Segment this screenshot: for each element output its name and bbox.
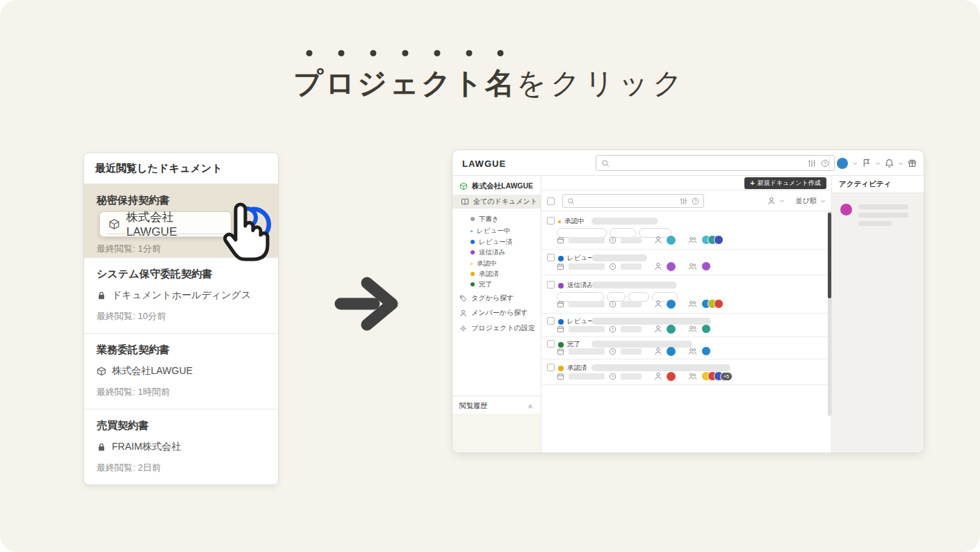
list-search-input[interactable]: [562, 194, 704, 208]
date-placeholder: [569, 301, 605, 307]
document-item[interactable]: 売買契約書 FRAIM株式会社 最終閲覧: 2日前: [84, 409, 278, 485]
chevron-down-icon[interactable]: [852, 161, 858, 166]
header-actions: [829, 150, 917, 176]
sidebar-item-all-documents[interactable]: 全てのドキュメント: [452, 195, 541, 209]
list-toolbar: 並び順: [541, 190, 831, 211]
help-icon[interactable]: [692, 197, 699, 205]
document-row[interactable]: 承認済 +5: [541, 359, 831, 385]
date-placeholder: [569, 326, 605, 332]
sidebar-item-find-by-tag[interactable]: タグから探す: [452, 292, 541, 305]
member-avatars: [701, 261, 711, 271]
cube-icon: [108, 218, 120, 230]
sidebar-status-draft[interactable]: 下書き: [452, 213, 541, 225]
chevron-down-icon[interactable]: [875, 161, 881, 166]
row-checkbox[interactable]: [547, 281, 555, 289]
sidebar-project[interactable]: 株式会社LAWGUE: [452, 180, 541, 193]
global-search-input[interactable]: [596, 155, 835, 171]
clock-icon: [609, 373, 616, 380]
sidebar-history-panel: [452, 414, 541, 453]
document-row[interactable]: 送信済み: [541, 275, 831, 314]
activity-header: アクティビティ: [832, 176, 924, 193]
new-document-button[interactable]: + 新規ドキュメント作成: [744, 177, 826, 189]
document-row[interactable]: レビュー済: [541, 250, 831, 275]
calendar-icon: [557, 300, 564, 308]
app-header: LAWGUE: [452, 150, 924, 176]
status-label: 送信済み: [567, 281, 594, 290]
row-checkbox[interactable]: [547, 254, 555, 261]
document-title[interactable]: 秘密保持契約書: [97, 194, 170, 207]
owner-avatar: [667, 325, 676, 334]
app-logo: LAWGUE: [462, 159, 506, 169]
bell-icon[interactable]: [885, 159, 894, 168]
user-avatar[interactable]: [837, 158, 848, 169]
lawgue-app-window: LAWGUE: [452, 149, 924, 453]
flag-icon[interactable]: [862, 159, 871, 168]
status-dot: [558, 283, 564, 289]
activity-text-placeholder: [858, 204, 908, 209]
time-placeholder: [621, 373, 642, 380]
avatar: [714, 235, 724, 245]
document-list-panel: + 新規ドキュメント作成: [541, 176, 831, 453]
document-row[interactable]: レビュー済: [541, 314, 831, 337]
status-dot: [471, 240, 475, 244]
clock-icon: [609, 348, 616, 355]
document-row[interactable]: 承認中: [541, 211, 831, 250]
arrow-right-icon: [332, 273, 405, 335]
filter-sliders-icon[interactable]: [808, 159, 816, 168]
people-icon: [688, 300, 697, 308]
document-title[interactable]: 売買契約書: [97, 419, 266, 432]
gift-icon[interactable]: [908, 159, 917, 168]
select-all-checkbox[interactable]: [547, 197, 555, 205]
people-icon: [688, 236, 697, 244]
time-placeholder: [621, 326, 642, 332]
tag-icon: [459, 295, 467, 302]
activity-text-placeholder: [858, 221, 892, 226]
app-sidebar: 株式会社LAWGUE 全てのドキュメント 下書き レビュー中 レビュー済 送信済…: [452, 176, 541, 453]
sidebar-item-history[interactable]: 閲覧履歴: [452, 400, 541, 412]
list-topbar: + 新規ドキュメント作成: [541, 176, 831, 190]
sidebar-project-label: 株式会社LAWGUE: [472, 181, 533, 191]
help-icon[interactable]: [821, 159, 829, 168]
avatar: [714, 299, 724, 309]
chevron-down-icon[interactable]: [820, 198, 826, 204]
row-checkbox[interactable]: [547, 340, 555, 348]
sort-order-label[interactable]: 並び順: [796, 196, 817, 206]
sidebar-item-label: タグから探す: [471, 293, 514, 303]
document-row[interactable]: 完了: [541, 337, 831, 359]
row-checkbox[interactable]: [547, 364, 555, 371]
row-meta: [557, 235, 724, 245]
page-title-emphasized: プロジェクト名: [293, 67, 516, 99]
document-org-label: FRAIM株式会社: [112, 441, 181, 453]
row-checkbox[interactable]: [547, 217, 555, 225]
sidebar-item-project-settings[interactable]: プロジェクトの設定: [452, 322, 541, 334]
date-placeholder: [569, 373, 605, 380]
person-icon: [654, 347, 662, 355]
document-item[interactable]: 業務委託契約書 株式会社LAWGUE 最終閲覧: 1時間前: [84, 334, 278, 409]
document-org: ドキュメントホールディングス: [97, 289, 266, 302]
clock-icon: [609, 236, 616, 244]
avatar: [701, 346, 711, 356]
document-title[interactable]: 業務委託契約書: [97, 343, 266, 357]
sidebar-status-done[interactable]: 完了: [452, 278, 541, 291]
date-placeholder: [569, 263, 605, 270]
document-item[interactable]: 秘密保持契約書 株式会社LAWGUE 最終閲覧: 1分前: [84, 184, 278, 258]
tutorial-canvas: プロジェクト名をクリック 最近閲覧したドキュメント 秘密保持契約書 株式会社LA…: [0, 0, 980, 552]
row-meta: [557, 324, 711, 334]
chevron-down-icon[interactable]: [779, 198, 785, 204]
document-org: FRAIM株式会社: [97, 441, 266, 453]
row-meta: [557, 261, 711, 271]
document-last-viewed: 最終閲覧: 2日前: [97, 462, 266, 474]
recent-documents-header: 最近閲覧したドキュメント: [84, 153, 278, 184]
status-label: 承認済: [479, 270, 499, 279]
collapse-icon[interactable]: [527, 403, 534, 409]
status-dot: [471, 272, 475, 276]
person-filter-icon[interactable]: [767, 197, 776, 205]
row-status: 送信済み: [558, 281, 594, 290]
status-label: 承認中: [564, 217, 585, 226]
filter-sliders-icon[interactable]: [680, 197, 687, 205]
recent-documents-card: 最近閲覧したドキュメント 秘密保持契約書 株式会社LAWGUE 最終閲覧: 1分…: [83, 152, 279, 485]
sidebar-item-find-by-member[interactable]: メンバーから探す: [452, 307, 541, 319]
status-label: レビュー中: [477, 227, 510, 236]
chevron-down-icon[interactable]: [898, 161, 904, 166]
row-checkbox[interactable]: [547, 317, 555, 325]
